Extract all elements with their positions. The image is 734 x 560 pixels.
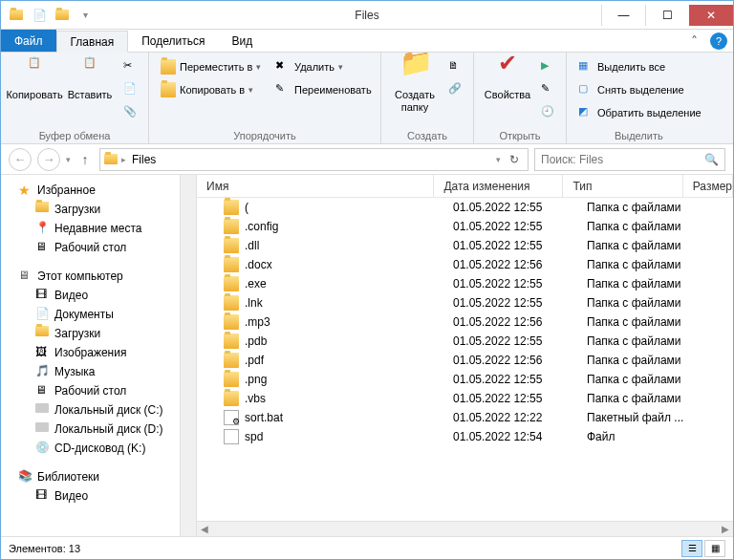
sidebar-pc-2[interactable]: Загрузки [11,324,196,343]
navigation-pane[interactable]: ★Избранное Загрузки📍Недавние места🖥Рабоч… [1,175,197,536]
maximize-button[interactable]: ☐ [645,5,689,26]
search-icon[interactable]: 🔍 [704,153,719,166]
sidebar-fav-2-icon: 🖥 [35,240,51,255]
file-name: .docx [245,258,272,271]
tab-share[interactable]: Поделиться [128,30,218,52]
invert-selection-button[interactable]: ◩Обратить выделение [574,102,705,123]
sidebar-pc-1-icon: 📄 [35,307,51,322]
sidebar-pc-1[interactable]: 📄Документы [11,305,196,324]
new-folder-button[interactable]: 📁 Создать папку [387,54,443,114]
move-to-button[interactable]: Переместить в [157,56,270,77]
horizontal-scrollbar[interactable]: ◀ ▶ [197,521,733,536]
close-button[interactable]: ✕ [689,5,733,26]
qat-customize-icon[interactable]: ▾ [76,6,95,25]
edit-button[interactable]: ✎ [537,79,560,100]
copy-button[interactable]: 📋 Копировать [7,54,62,101]
sidebar-pc-7[interactable]: Локальный диск (D:) [11,420,196,439]
paste-shortcut-button[interactable]: 📎 [119,102,142,123]
minimize-button[interactable]: — [601,5,645,26]
paste-button[interactable]: 📋 Вставить [62,54,118,101]
file-type: Папка с файлами [577,220,702,233]
sidebar-pc-5[interactable]: 🖥Рабочий стол [11,381,196,400]
properties-button[interactable]: ✔ Свойства [480,54,535,101]
search-box[interactable]: 🔍 [534,148,725,171]
file-type: Папка с файлами [577,354,702,367]
sidebar-favorites[interactable]: ★Избранное [11,181,196,200]
refresh-button[interactable]: ↻ [505,153,524,166]
file-row[interactable]: sort.bat01.05.2022 12:22Пакетный файл ..… [197,408,733,427]
folder-icon [224,391,239,406]
file-date: 01.05.2022 12:56 [443,354,577,367]
file-date: 01.05.2022 12:55 [443,392,577,405]
copy-to-button[interactable]: Копировать в [157,79,270,100]
sidebar-pc-4[interactable]: 🎵Музыка [11,362,196,381]
sidebar-lib-0[interactable]: 🎞Видео [11,486,196,506]
details-view-button[interactable]: ☰ [681,540,702,557]
sidebar-fav-1[interactable]: 📍Недавние места [11,219,196,238]
back-button[interactable]: ← [9,148,32,171]
tab-view[interactable]: Вид [218,30,266,52]
forward-button[interactable]: → [37,148,60,171]
search-input[interactable] [541,153,701,166]
status-item-count: Элементов: 13 [9,543,80,554]
address-dropdown-icon[interactable]: ▾ [496,155,501,164]
sidebar-fav-0[interactable]: Загрузки [11,200,196,219]
folder-icon [224,372,239,387]
file-list[interactable]: (01.05.2022 12:55Папка с файлами.config0… [197,198,733,521]
breadcrumb[interactable]: Files [130,153,158,166]
file-row[interactable]: .pdb01.05.2022 12:55Папка с файлами [197,332,733,351]
file-row[interactable]: .png01.05.2022 12:55Папка с файлами [197,370,733,389]
help-icon[interactable]: ? [710,32,727,50]
select-all-button[interactable]: ▦Выделить все [574,56,705,77]
collapse-ribbon-icon[interactable]: ˄ [685,32,702,50]
file-row[interactable]: .dll01.05.2022 12:55Папка с файлами [197,236,733,255]
select-none-button[interactable]: ▢Снять выделение [574,79,705,100]
file-row[interactable]: spd01.05.2022 12:54Файл [197,427,733,446]
qat-app-icon [7,6,26,25]
tab-file[interactable]: Файл [1,30,56,52]
scroll-right-icon[interactable]: ▶ [718,524,733,534]
file-row[interactable]: .config01.05.2022 12:55Папка с файлами [197,217,733,236]
easy-access-button[interactable]: 🔗 [444,79,467,100]
icons-view-button[interactable]: ▦ [704,540,725,557]
sidebar-libraries[interactable]: 📚Библиотеки [11,467,196,486]
column-type[interactable]: Тип [563,175,682,197]
column-modified[interactable]: Дата изменения [434,175,563,197]
copy-to-icon [161,82,176,97]
file-row[interactable]: .lnk01.05.2022 12:55Папка с файлами [197,293,733,312]
scroll-left-icon[interactable]: ◀ [197,524,212,534]
rename-button[interactable]: ✎Переименовать [271,79,375,100]
new-item-button[interactable]: 🗎 [444,56,467,77]
cut-icon: ✂ [123,59,139,75]
open-button[interactable]: ▶ [537,56,560,77]
column-name[interactable]: Имя [197,175,434,197]
file-row[interactable]: .pdf01.05.2022 12:56Папка с файлами [197,351,733,370]
file-row[interactable]: .vbs01.05.2022 12:55Папка с файлами [197,389,733,408]
address-bar[interactable]: ▸ Files ▾ ↻ [99,148,529,171]
cut-button[interactable]: ✂ [119,56,142,77]
copy-path-button[interactable]: 📄 [119,79,142,100]
file-row[interactable]: .docx01.05.2022 12:56Папка с файлами [197,255,733,274]
qat-newfolder-icon[interactable] [53,6,72,25]
sidebar-pc-8[interactable]: 💿CD-дисковод (K:) [11,439,196,458]
file-date: 01.05.2022 12:55 [443,239,577,252]
qat-properties-icon[interactable]: 📄 [30,6,49,25]
sidebar-this-pc[interactable]: 🖥Этот компьютер [11,267,196,286]
folder-icon [224,314,239,330]
tab-home[interactable]: Главная [56,31,129,53]
up-button[interactable]: ↑ [76,152,94,167]
file-row[interactable]: .exe01.05.2022 12:55Папка с файлами [197,274,733,293]
sidebar-pc-0[interactable]: 🎞Видео [11,286,196,305]
history-button[interactable]: 🕘 [537,102,560,123]
recent-locations-icon[interactable]: ▾ [66,155,71,164]
computer-icon: 🖥 [18,269,33,284]
file-row[interactable]: (01.05.2022 12:55Папка с файлами [197,198,733,217]
delete-button[interactable]: ✖Удалить [271,56,375,77]
sidebar-pc-3[interactable]: 🖼Изображения [11,343,196,362]
sidebar-fav-2[interactable]: 🖥Рабочий стол [11,238,196,257]
file-name: .vbs [245,392,266,405]
file-row[interactable]: .mp301.05.2022 12:56Папка с файлами [197,312,733,332]
rename-icon: ✎ [275,82,291,97]
column-size[interactable]: Размер [683,175,733,197]
sidebar-pc-6[interactable]: Локальный диск (C:) [11,400,196,420]
